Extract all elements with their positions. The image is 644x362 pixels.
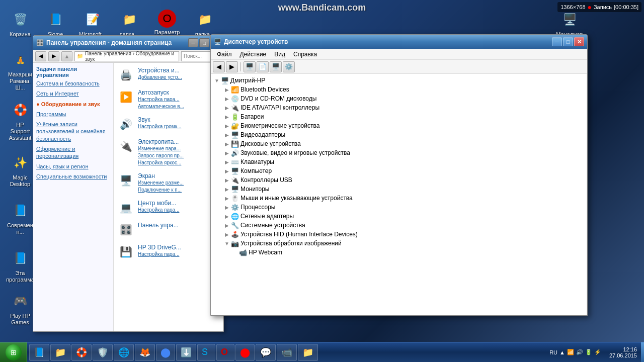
cp-section-sound[interactable]: 🔊 Звук Настройка громк...	[118, 116, 219, 132]
desktop-icon-play-hp[interactable]: 🎮 Play HP Games	[4, 289, 36, 328]
devices-desc[interactable]: Добавление устр...	[138, 74, 182, 81]
tree-imaging[interactable]: ▼ 📷 Устройства обработки изображений	[211, 239, 587, 248]
tree-disk[interactable]: ▶ 💾 Дисковые устройства	[211, 139, 587, 148]
tree-system-devices[interactable]: ▶ 🔧 Системные устройства	[211, 221, 587, 230]
clock-area[interactable]: 12:16 27.06.2015	[605, 346, 641, 358]
menu-view[interactable]: Вид	[270, 50, 289, 59]
taskbar-hp[interactable]: 🛟	[71, 344, 92, 361]
cp-back-btn[interactable]: ◀	[35, 51, 46, 61]
bio-expander: ▶	[223, 122, 231, 130]
tree-battery[interactable]: ▶ 🔋 Батареи	[211, 112, 587, 121]
taskbar-chrome[interactable]: ⬤	[156, 344, 175, 361]
taskbar-explorer[interactable]: 📁	[50, 344, 70, 361]
menu-action[interactable]: Действие	[236, 50, 271, 59]
cp-sidebar-appearance[interactable]: Оформление и персонализация	[36, 145, 110, 160]
recording-bar: 1366×768 ● Запись [00:00:35]	[557, 2, 641, 12]
start-button[interactable]: ⊞	[0, 342, 27, 363]
tray-language[interactable]: RU	[549, 349, 557, 355]
toolbar-back-btn[interactable]: ◀	[213, 61, 225, 72]
tree-biometric[interactable]: ▶ 🔐 Биометрические устройства	[211, 121, 587, 130]
tree-bluetooth[interactable]: ▶ 📶 Bluetooth Devices	[211, 85, 587, 94]
taskbar-lang[interactable]: 💬	[256, 344, 276, 361]
toolbar-device-btn[interactable]: 🖥️	[244, 61, 256, 72]
toolbar-settings-btn[interactable]: ⚙️	[283, 61, 295, 72]
taskbar-video[interactable]: 📹	[277, 344, 297, 361]
autostart-desc2[interactable]: Автоматическое в...	[138, 103, 184, 110]
tree-mice[interactable]: ▶ 🖱️ Мыши и иные указывающие устройства	[211, 194, 587, 203]
cp-maximize-btn[interactable]: □	[199, 38, 209, 47]
taskbar-word[interactable]: 📘	[29, 344, 49, 361]
cp-section-autostart[interactable]: ▶️ Автозапуск Настройка пара... Автомати…	[118, 89, 219, 110]
tree-root[interactable]: ▼ 🖥️ Дмитрий-HP	[211, 76, 587, 85]
desktop-icon-maharishi[interactable]: 🧘 Махарши Рамана. Ш...	[4, 48, 36, 94]
taskbar-utorrent[interactable]: ⬇️	[176, 344, 196, 361]
cp-sidebar-clock[interactable]: Часы, язык и регион	[36, 163, 110, 170]
taskbar-ie[interactable]: 🌐	[114, 344, 134, 361]
taskbar-windefend[interactable]: 🛡️	[93, 344, 113, 361]
cp-minimize-btn[interactable]: ─	[188, 38, 198, 47]
mon-expander: ▶	[223, 185, 231, 193]
toolbar-monitor-btn[interactable]: 🖥️	[270, 61, 282, 72]
taskbar-firefox[interactable]: 🦊	[135, 344, 155, 361]
dm-status-bar	[211, 315, 587, 316]
tree-usb[interactable]: ▶ 🔌 Контроллеры USB	[211, 175, 587, 185]
hp3d-desc[interactable]: Настройка пара...	[138, 251, 181, 258]
cp-section-cp-panel[interactable]: 🎛️ Панель упра...	[118, 222, 219, 238]
tree-hid[interactable]: ▶ 🕹️ Устройства HID (Human Interface Dev…	[211, 230, 587, 239]
dm-minimize-btn[interactable]: ─	[552, 37, 562, 46]
tree-sound[interactable]: ▶ 🔊 Звуковые, видео и игровые устройства	[211, 148, 587, 157]
tree-network[interactable]: ▶ 🌐 Сетевые адаптеры	[211, 212, 587, 221]
power-icon: 🔌	[118, 138, 134, 154]
cp-sidebar-accessibility[interactable]: Специальные возможности	[36, 173, 110, 180]
tray-power: ⚡	[594, 349, 601, 355]
cp-forward-btn[interactable]: ▶	[48, 51, 59, 61]
disk-expander: ▶	[223, 140, 231, 148]
power-desc[interactable]: Изменение пара...	[138, 145, 184, 152]
screen-desc2[interactable]: Подключение к п...	[138, 187, 184, 194]
toolbar-forward-btn[interactable]: ▶	[226, 61, 238, 72]
desktop-icon-eta[interactable]: 📘 Эта программа	[4, 246, 36, 285]
dm-close-btn[interactable]: ✕	[574, 37, 584, 46]
cp-up-btn[interactable]: ▲	[61, 51, 72, 61]
power-desc2[interactable]: Запрос пароля пр...	[138, 152, 184, 159]
cp-section-mobile[interactable]: 💻 Центр моби... Настройка пара...	[118, 200, 219, 216]
cp-section-hp3d[interactable]: 💾 HP 3D DriveG... Настройка пара...	[118, 244, 219, 260]
cp-section-devices[interactable]: 🖨️ Устройства и... Добавление устр...	[118, 67, 219, 83]
power-desc3[interactable]: Настройка яркос...	[138, 159, 184, 166]
cp-sidebar-accounts[interactable]: Учётные записи пользователей и семейная …	[36, 121, 110, 142]
show-desktop-btn[interactable]	[641, 342, 644, 363]
mice-label: Мыши и иные указывающие устройства	[240, 195, 353, 202]
tree-video[interactable]: ▶ 🖥️ Видеоадаптеры	[211, 130, 587, 139]
screen-desc[interactable]: Изменение разме...	[138, 179, 184, 187]
desktop-icon-magic[interactable]: ✨ Magic Desktop	[4, 151, 36, 190]
menu-help[interactable]: Справка	[289, 50, 321, 59]
taskbar-folder[interactable]: 📁	[298, 344, 318, 361]
taskbar-skype[interactable]: S	[197, 344, 215, 361]
toolbar-doc-btn[interactable]: 📄	[257, 61, 269, 72]
tree-monitors[interactable]: ▶ 🖥️ Мониторы	[211, 185, 587, 194]
tree-computer[interactable]: ▶ 🖥️ Компьютер	[211, 166, 587, 175]
cp-address-bar[interactable]: 📁 Панель управления › Оборудование и зву…	[74, 51, 179, 61]
menu-file[interactable]: Файл	[213, 50, 236, 59]
cp-sidebar-system[interactable]: Система и безопасность	[36, 80, 110, 87]
taskbar-opera[interactable]: O	[216, 344, 234, 361]
tree-keyboard[interactable]: ▶ ⌨️ Клавиатуры	[211, 157, 587, 166]
mobile-desc[interactable]: Настройка пара...	[138, 207, 179, 214]
tree-ide[interactable]: ▶ 🔌 IDE ATA/ATAPI контроллеры	[211, 103, 587, 112]
desktop-icon-recycle[interactable]: 🗑️ Корзина	[4, 8, 36, 40]
tree-hp-webcam[interactable]: 📹 HP Webcam	[211, 248, 587, 257]
cp-section-power[interactable]: 🔌 Электропита... Изменение пара... Запро…	[118, 138, 219, 166]
autostart-desc[interactable]: Настройка пара...	[138, 96, 184, 103]
cp-section-screen[interactable]: 🖥️ Экран Изменение разме... Подключение …	[118, 172, 219, 194]
desktop-icon-word2[interactable]: 📘 Современн...	[4, 199, 36, 237]
desktop-icon-hp-support[interactable]: 🛟 HP Support Assistant	[4, 98, 36, 144]
taskbar-red-app[interactable]: ⬤	[235, 344, 255, 361]
cp-sidebar-programs[interactable]: Программы	[36, 111, 110, 118]
cp-sidebar-network[interactable]: Сеть и Интернет	[36, 90, 110, 97]
cp-sidebar-hardware[interactable]: ● Оборудование и звук	[36, 101, 110, 108]
tree-dvd[interactable]: ▶ 💿 DVD и CD-ROM дисководы	[211, 94, 587, 103]
dm-maximize-btn[interactable]: □	[563, 37, 573, 46]
tree-processors[interactable]: ▶ ⚙️ Процессоры	[211, 203, 587, 212]
sound-desc[interactable]: Настройка громк...	[138, 123, 181, 130]
taskbar-ie-icon: 🌐	[118, 347, 129, 358]
